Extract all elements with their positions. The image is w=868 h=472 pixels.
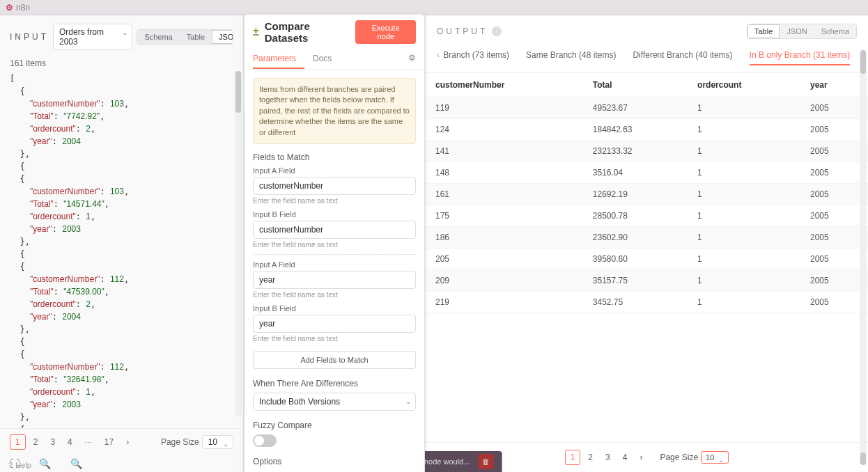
branch-tab[interactable]: Same Branch (48 items) [526, 50, 616, 65]
table-cell: 1 [688, 227, 800, 249]
table-row[interactable]: 124184842.6312005 [426, 119, 868, 141]
table-cell: 232133.32 [583, 141, 688, 162]
branch-tab[interactable]: ‹ Branch (73 items) [437, 50, 509, 65]
info-icon[interactable]: i [492, 26, 502, 36]
input-a-label: Input A Field [253, 260, 416, 269]
branch-tab[interactable]: Different Branch (40 items) [633, 50, 732, 65]
table-cell: 2005 [800, 184, 868, 205]
table-cell: 3516.04 [583, 162, 688, 184]
table-cell: 39580.60 [583, 249, 688, 270]
page-4[interactable]: 4 [618, 450, 633, 464]
page-2[interactable]: 2 [583, 450, 598, 464]
page-3[interactable]: 3 [600, 450, 615, 464]
view-schema[interactable]: Schema [137, 30, 179, 44]
table-cell: 2005 [800, 270, 868, 292]
execute-node-button[interactable]: Execute node [355, 20, 416, 44]
page-3[interactable]: 3 [45, 435, 60, 449]
table-cell: 2005 [800, 141, 868, 162]
table-row[interactable]: 2193452.7512005 [426, 292, 868, 313]
page-4[interactable]: 4 [63, 435, 77, 449]
scrollbar-thumb[interactable] [860, 453, 866, 465]
page-···[interactable]: ··· [80, 435, 97, 449]
branch-tabs: ‹ Branch (73 items)Same Branch (48 items… [426, 47, 868, 73]
zoom-in-icon[interactable]: 🔍 [70, 458, 82, 469]
page-1[interactable]: 1 [565, 450, 581, 465]
input-json-view[interactable]: [ { "customerNumber": 103, "Total": "774… [0, 72, 243, 428]
fields-to-match-label: Fields to Match [253, 152, 416, 162]
input-a-field[interactable] [253, 271, 416, 289]
chevron-down-icon: ⌄ [405, 398, 411, 405]
view-json[interactable]: JSON [780, 24, 814, 38]
chevron-down-icon: ⌄ [718, 456, 724, 464]
table-cell: 35157.75 [583, 270, 688, 292]
scrollbar[interactable] [860, 50, 867, 465]
help-icon: ? [8, 461, 13, 469]
help-link[interactable]: ? Help [8, 461, 31, 469]
table-cell: 2005 [800, 205, 868, 227]
table-cell: 2005 [800, 162, 868, 184]
differences-select[interactable]: Include Both Versions ⌄ [253, 393, 416, 411]
page-2[interactable]: 2 [29, 435, 43, 449]
input-source-select[interactable]: Orders from 2003 ⌄ [53, 24, 132, 50]
input-b-field[interactable] [253, 221, 416, 239]
table-row[interactable]: 18623602.9012005 [426, 227, 868, 249]
scrollbar[interactable] [235, 71, 242, 416]
input-pager: 1234···17 ›Page Size 10 ⌄ [0, 428, 243, 455]
fuzzy-toggle[interactable] [253, 434, 277, 447]
table-cell: 184842.63 [583, 119, 688, 141]
table-cell: 1 [688, 270, 800, 292]
help-label: Help [15, 461, 31, 469]
input-b-field[interactable] [253, 315, 416, 333]
input-view-tabs: Schema Table JSON [137, 29, 233, 45]
tab-docs[interactable]: Docs [313, 49, 340, 69]
add-fields-button[interactable]: Add Fields to Match [253, 351, 416, 369]
table-row[interactable]: 20539580.6012005 [426, 249, 868, 270]
trash-icon[interactable]: 🗑 [478, 454, 493, 469]
page-1[interactable]: 1 [10, 434, 26, 450]
table-row[interactable]: 1483516.0412005 [426, 162, 868, 184]
table-cell: 205 [426, 249, 583, 270]
view-schema[interactable]: Schema [814, 24, 856, 38]
branch-tab[interactable]: In B only Branch (31 items) [750, 50, 851, 65]
info-callout: Items from different branches are paired… [253, 78, 416, 144]
page-size-label: Page Size [161, 437, 199, 447]
next-page-icon[interactable]: › [121, 435, 134, 449]
gear-icon[interactable]: ⚙ [408, 49, 416, 69]
app-name: n8n [16, 3, 30, 13]
field-hint: Enter the field name as text [253, 197, 416, 205]
table-row[interactable]: 141232133.3212005 [426, 141, 868, 162]
col-header[interactable]: Total [583, 73, 688, 97]
table-cell: 2005 [800, 97, 868, 119]
input-a-field[interactable] [253, 177, 416, 195]
table-row[interactable]: 17528500.7812005 [426, 205, 868, 227]
table-cell: 1 [688, 249, 800, 270]
table-row[interactable]: 20935157.7512005 [426, 270, 868, 292]
table-cell: 2005 [800, 227, 868, 249]
input-b-label: Input B Field [253, 304, 416, 313]
view-table[interactable]: Table [747, 24, 780, 38]
table-row[interactable]: 11949523.6712005 [426, 97, 868, 119]
tab-parameters[interactable]: Parameters [253, 49, 304, 69]
table-cell: 119 [426, 97, 583, 119]
col-header[interactable]: customerNumber [426, 73, 583, 97]
output-title: OUTPUT [437, 26, 488, 36]
col-header[interactable]: year [800, 73, 868, 97]
output-panel: OUTPUT i Table JSON Schema ‹ Branch (73 … [425, 15, 868, 472]
node-title: Compare Datasets [265, 20, 356, 44]
page-size-select[interactable]: 10⌄ [701, 451, 729, 464]
table-row[interactable]: 16112692.1912005 [426, 184, 868, 205]
differences-value: Include Both Versions [259, 397, 340, 407]
next-page-icon[interactable]: › [635, 450, 647, 464]
table-cell: 1 [688, 119, 800, 141]
scrollbar-thumb[interactable] [235, 71, 241, 113]
scrollbar-thumb[interactable] [860, 50, 866, 74]
output-table: customerNumberTotalordercountyear1194952… [426, 73, 868, 313]
zoom-out-icon[interactable]: 🔍 [39, 458, 51, 469]
view-table[interactable]: Table [180, 30, 212, 44]
view-json[interactable]: JSON [212, 30, 233, 44]
table-cell: 49523.67 [583, 97, 688, 119]
col-header[interactable]: ordercount [688, 73, 800, 97]
page-17[interactable]: 17 [100, 435, 118, 449]
table-cell: 2005 [800, 249, 868, 270]
page-size-select[interactable]: 10 ⌄ [202, 435, 233, 449]
